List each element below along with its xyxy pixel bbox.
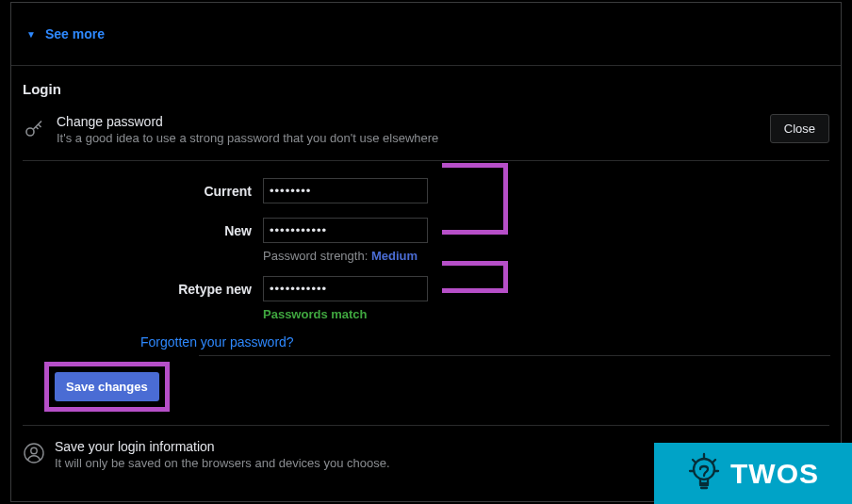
retype-password-label: Retype new <box>23 276 263 302</box>
change-password-header: Change password It's a good idea to use … <box>23 114 829 161</box>
caret-down-icon: ▼ <box>26 29 36 40</box>
see-more-label: See more <box>45 26 105 41</box>
new-password-label: New <box>23 218 263 244</box>
annotation-bracket-icon <box>442 261 508 293</box>
annotation-highlight-icon: Save changes <box>44 362 170 412</box>
svg-point-0 <box>26 128 34 136</box>
lightbulb-icon <box>687 450 721 497</box>
save-login-title: Save your login information <box>55 439 390 454</box>
divider <box>199 355 830 356</box>
close-button[interactable]: Close <box>770 114 829 143</box>
save-changes-button[interactable]: Save changes <box>55 372 159 401</box>
svg-point-1 <box>25 444 43 463</box>
key-icon <box>23 118 45 140</box>
section-title: Login <box>23 66 829 114</box>
forgotten-password-link[interactable]: Forgotten your password? <box>140 334 294 350</box>
login-section: Login Change password It's a good idea t… <box>11 66 841 470</box>
person-icon <box>23 442 45 464</box>
password-form: Current New Password strength: Medium Re… <box>23 161 829 412</box>
new-password-input[interactable] <box>263 218 428 243</box>
watermark-badge: TWOS <box>654 443 852 504</box>
change-password-title: Change password <box>57 114 438 129</box>
passwords-match-label: Passwords match <box>263 307 428 321</box>
current-password-input[interactable] <box>263 178 428 203</box>
save-login-subtitle: It will only be saved on the browsers an… <box>55 456 390 470</box>
svg-point-2 <box>31 447 37 453</box>
current-password-label: Current <box>23 178 263 204</box>
watermark-text: TWOS <box>730 458 819 490</box>
password-strength-label: Password strength: <box>263 249 368 263</box>
retype-password-input[interactable] <box>263 276 428 301</box>
annotation-bracket-icon <box>442 163 508 235</box>
password-strength-value: Medium <box>371 249 418 263</box>
change-password-subtitle: It's a good idea to use a strong passwor… <box>57 131 438 145</box>
see-more-bar[interactable]: ▼ See more <box>11 3 841 66</box>
